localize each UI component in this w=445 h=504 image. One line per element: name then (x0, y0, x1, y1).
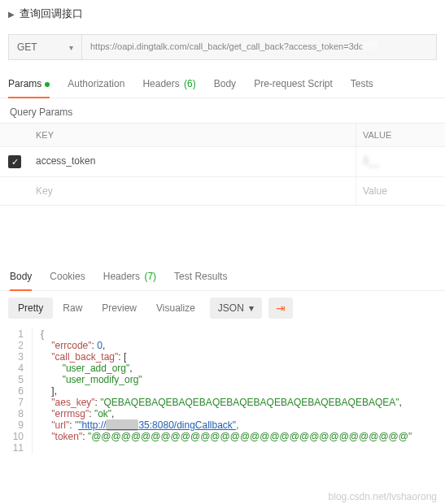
tab-headers[interactable]: Headers (6) (142, 70, 195, 98)
query-params-table: KEY VALUE ✓ access_token 3__ Key Value (0, 123, 445, 206)
section-title: 查询回调接口 (20, 7, 83, 21)
status-dot-icon (45, 82, 50, 87)
url-bar: GET ▾ https://oapi.dingtalk.com/call_bac… (8, 34, 437, 60)
col-key: KEY (29, 124, 356, 146)
view-visualize[interactable]: Visualize (146, 298, 205, 319)
tab-body[interactable]: Body (214, 70, 236, 98)
view-raw[interactable]: Raw (53, 298, 92, 319)
param-value-input[interactable]: Value (356, 177, 445, 205)
tab-tests[interactable]: Tests (351, 70, 373, 98)
section-header[interactable]: ▶ 查询回调接口 (0, 0, 445, 28)
table-header: KEY VALUE (0, 124, 445, 147)
format-select[interactable]: JSON▾ (210, 298, 262, 319)
response-tabs: Body Cookies Headers (7) Test Results (0, 263, 445, 291)
tab-params[interactable]: Params (8, 70, 50, 98)
view-preview[interactable]: Preview (92, 298, 146, 319)
param-value[interactable]: 3__ (356, 147, 445, 176)
chevron-down-icon: ▾ (249, 302, 254, 314)
tab-resp-headers[interactable]: Headers (7) (103, 263, 156, 290)
expand-icon: ▶ (8, 10, 15, 19)
response-body[interactable]: 1{ 2 "errcode": 0, 3 "call_back_tag": [ … (0, 325, 445, 462)
tab-authorization[interactable]: Authorization (68, 70, 124, 98)
row-checkbox[interactable]: ✓ (0, 147, 29, 176)
table-row-new[interactable]: Key Value (0, 177, 445, 205)
table-row[interactable]: ✓ access_token 3__ (0, 147, 445, 177)
http-method-select[interactable]: GET ▾ (9, 35, 82, 59)
wrap-lines-button[interactable]: ⇥ (268, 298, 293, 319)
tab-prerequest[interactable]: Pre-request Script (254, 70, 333, 98)
param-key-input[interactable]: Key (29, 177, 356, 205)
chevron-down-icon: ▾ (69, 43, 73, 52)
response-toolbar: Pretty Raw Preview Visualize JSON▾ ⇥ (0, 291, 445, 325)
tab-resp-results[interactable]: Test Results (174, 263, 227, 290)
col-value: VALUE (356, 124, 445, 146)
view-pretty[interactable]: Pretty (8, 298, 53, 319)
request-url-input[interactable]: https://oapi.dingtalk.com/call_back/get_… (82, 35, 436, 59)
tab-resp-body[interactable]: Body (10, 263, 32, 290)
param-key[interactable]: access_token (29, 147, 356, 176)
check-icon: ✓ (8, 155, 21, 168)
query-params-title: Query Params (0, 98, 445, 123)
request-tabs: Params Authorization Headers (6) Body Pr… (0, 70, 445, 98)
tab-resp-cookies[interactable]: Cookies (50, 263, 85, 290)
